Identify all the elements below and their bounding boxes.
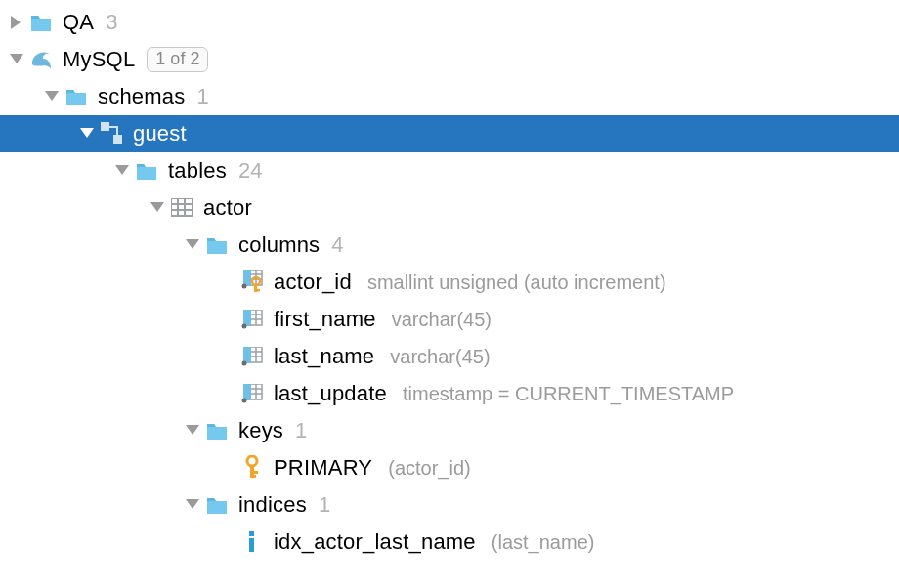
- column-icon: [238, 347, 268, 366]
- node-count: 4: [331, 232, 343, 258]
- collapse-arrow-icon[interactable]: [111, 165, 133, 177]
- tree-node-index[interactable]: idx_actor_last_name (last_name): [0, 524, 899, 561]
- column-icon: [238, 310, 268, 329]
- index-icon: [238, 529, 268, 555]
- expand-arrow-icon[interactable]: [6, 16, 27, 29]
- index-detail: (last_name): [492, 531, 595, 554]
- folder-icon: [133, 160, 162, 182]
- tree-node-column-last-update[interactable]: last_update timestamp = CURRENT_TIMESTAM…: [0, 375, 899, 412]
- column-type: varchar(45): [390, 346, 490, 368]
- folder-icon: [203, 234, 233, 256]
- collapse-arrow-icon[interactable]: [182, 425, 203, 437]
- node-label: QA: [63, 10, 94, 35]
- datasource-badge: 1 of 2: [147, 47, 208, 73]
- tree-node-schemas[interactable]: schemas 1: [0, 78, 899, 115]
- pk-column-icon: [238, 270, 268, 295]
- folder-icon: [27, 12, 57, 33]
- node-label: last_update: [274, 381, 387, 406]
- mysql-icon: [27, 47, 57, 72]
- tree-node-keys[interactable]: keys 1: [0, 412, 899, 449]
- schema-icon: [98, 122, 127, 146]
- tree-node-qa[interactable]: QA 3: [0, 4, 899, 41]
- collapse-arrow-icon[interactable]: [76, 128, 98, 140]
- tree-node-actor[interactable]: actor: [0, 189, 899, 227]
- tree-node-mysql[interactable]: MySQL 1 of 2: [0, 41, 899, 78]
- collapse-arrow-icon[interactable]: [182, 499, 203, 511]
- node-count: 3: [106, 10, 117, 35]
- node-count: 1: [295, 418, 307, 443]
- column-type: smallint unsigned (auto increment): [367, 272, 666, 294]
- folder-icon: [203, 494, 233, 516]
- node-label: keys: [238, 418, 283, 443]
- collapse-arrow-icon[interactable]: [147, 202, 168, 214]
- tree-node-guest[interactable]: guest: [0, 115, 899, 152]
- tree-node-indices[interactable]: indices 1: [0, 486, 899, 524]
- tree-node-key-primary[interactable]: PRIMARY (actor_id): [0, 449, 899, 486]
- key-icon: [238, 455, 268, 481]
- tree-node-column-first-name[interactable]: first_name varchar(45): [0, 301, 899, 338]
- node-label: last_name: [274, 344, 374, 369]
- node-label: columns: [238, 232, 320, 258]
- node-label: indices: [238, 492, 307, 518]
- folder-icon: [203, 420, 233, 441]
- key-detail: (actor_id): [388, 457, 470, 480]
- tree-node-column-last-name[interactable]: last_name varchar(45): [0, 338, 899, 375]
- tree-node-columns[interactable]: columns 4: [0, 227, 899, 264]
- node-label: actor_id: [274, 270, 352, 295]
- collapse-arrow-icon[interactable]: [182, 239, 203, 251]
- table-icon: [168, 198, 197, 218]
- column-icon: [238, 384, 268, 403]
- database-tree[interactable]: QA 3 MySQL 1 of 2 schemas 1 g: [0, 0, 899, 561]
- node-label: schemas: [98, 84, 185, 109]
- collapse-arrow-icon[interactable]: [41, 91, 63, 103]
- tree-node-tables[interactable]: tables 24: [0, 152, 899, 189]
- node-label: first_name: [274, 307, 376, 332]
- tree-node-column-actor-id[interactable]: actor_id smallint unsigned (auto increme…: [0, 264, 899, 301]
- column-type: varchar(45): [392, 309, 492, 331]
- node-count: 1: [196, 84, 208, 109]
- node-count: 1: [319, 492, 330, 518]
- node-label: PRIMARY: [274, 455, 372, 481]
- node-label: tables: [168, 158, 227, 184]
- node-label: actor: [203, 195, 252, 221]
- node-count: 24: [238, 158, 262, 184]
- node-label: guest: [133, 121, 187, 147]
- column-type: timestamp = CURRENT_TIMESTAMP: [403, 383, 734, 405]
- node-label: idx_actor_last_name: [274, 529, 476, 555]
- folder-icon: [63, 86, 92, 107]
- node-label: MySQL: [63, 47, 135, 72]
- collapse-arrow-icon[interactable]: [6, 54, 27, 65]
